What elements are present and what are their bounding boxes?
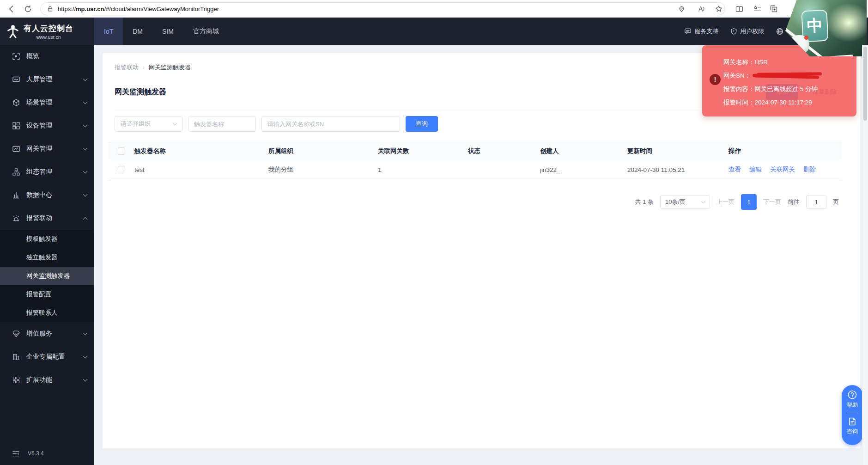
delete-link[interactable]: 删除 xyxy=(803,165,816,174)
read-aloud-icon[interactable] xyxy=(696,3,707,14)
sidebar-item-vas[interactable]: 增值服务 xyxy=(0,322,94,345)
tab-dm[interactable]: DM xyxy=(123,18,152,45)
search-button[interactable]: 查询 xyxy=(406,116,438,132)
alert-sn-label: 网关SN： xyxy=(723,69,751,82)
data-center-icon xyxy=(12,191,20,199)
screen-icon xyxy=(12,76,20,83)
device-icon xyxy=(12,122,20,129)
favorite-star-icon[interactable] xyxy=(713,3,724,14)
shield-icon xyxy=(730,28,737,35)
col-updated: 更新时间 xyxy=(627,147,728,155)
alert-gateway-name-value: USR xyxy=(755,55,768,69)
alert-content-label: 报警内容： xyxy=(723,82,755,96)
total-count: 共 1 条 xyxy=(635,198,654,206)
browser-toolbar: https://mp.usr.cn/#/cloud/alarm/ViewGate… xyxy=(0,0,868,18)
vas-icon xyxy=(12,330,20,337)
col-creator: 创建人 xyxy=(540,147,627,155)
chevron-down-icon xyxy=(83,123,88,128)
logo-subtitle: www.usr.cn xyxy=(24,34,73,40)
row-checkbox[interactable] xyxy=(118,166,125,173)
favorites-bar-icon[interactable] xyxy=(752,3,763,14)
enterprise-icon xyxy=(12,353,20,361)
col-status: 状态 xyxy=(468,147,540,155)
tab-mall[interactable]: 官方商城 xyxy=(183,18,229,45)
chevron-down-icon xyxy=(173,121,177,126)
alert-time-value: 2024-07-30 11:17:29 xyxy=(755,96,812,109)
sidebar-item-enterprise[interactable]: 企业专属配置 xyxy=(0,345,94,368)
scada-icon xyxy=(12,168,20,176)
logo[interactable]: 有人云控制台 www.usr.cn xyxy=(0,18,94,45)
back-icon[interactable] xyxy=(6,3,17,14)
alert-time-label: 报警时间： xyxy=(723,96,755,109)
document-icon xyxy=(848,417,857,426)
logo-title: 有人云控制台 xyxy=(24,23,73,34)
refresh-icon[interactable] xyxy=(22,3,33,14)
address-bar[interactable]: https://mp.usr.cn/#/cloud/alarm/ViewGate… xyxy=(40,2,725,15)
submenu-independent-trigger[interactable]: 独立触发器 xyxy=(0,248,94,267)
chevron-down-icon xyxy=(83,192,88,197)
submenu-template-trigger[interactable]: 模板触发器 xyxy=(0,230,94,248)
sidebar: 概览 大屏管理 场景管理 设备管理 网关管理 组态管理 数据中心 报警联动 模板… xyxy=(0,45,94,465)
tab-iot[interactable]: IoT xyxy=(94,18,123,45)
user-permission-label: 用户权限 xyxy=(740,27,764,36)
split-screen-icon[interactable] xyxy=(734,3,745,14)
service-support[interactable]: 服务支持 xyxy=(684,27,718,36)
row-updated: 2024-07-30 11:05:21 xyxy=(627,166,728,173)
chevron-down-icon xyxy=(83,146,88,151)
prev-page-button[interactable]: 上一页 xyxy=(716,198,734,206)
edit-link[interactable]: 编辑 xyxy=(749,165,762,174)
col-gateway-count: 关联网关数 xyxy=(378,147,468,155)
submenu-alarm-contacts[interactable]: 报警联系人 xyxy=(0,304,94,322)
sidebar-item-extension[interactable]: 扩展功能 xyxy=(0,368,94,392)
col-trigger-name: 触发器名称 xyxy=(134,147,268,155)
breadcrumb-parent[interactable]: 报警联动 xyxy=(115,63,139,72)
chevron-down-icon xyxy=(83,331,88,336)
help-button[interactable]: 帮助 xyxy=(847,390,858,409)
scene-icon xyxy=(12,99,20,106)
view-link[interactable]: 查看 xyxy=(728,165,741,174)
submenu-gateway-monitor-trigger[interactable]: 网关监测触发器 xyxy=(0,267,94,285)
next-page-button[interactable]: 下一页 xyxy=(763,198,781,206)
top-navbar: 有人云控制台 www.usr.cn IoT DM SIM 官方商城 服务支持 用… xyxy=(0,18,868,45)
scrollbar-thumb[interactable] xyxy=(863,47,867,121)
page-title: 网关监测触发器 xyxy=(115,87,166,97)
associate-gateway-link[interactable]: 关联网关 xyxy=(770,165,795,174)
goto-label: 前往 xyxy=(788,198,800,206)
usr-logo-icon xyxy=(6,24,20,39)
sidebar-item-screen[interactable]: 大屏管理 xyxy=(0,68,94,91)
breadcrumb-separator: › xyxy=(143,64,145,71)
row-actions: 查看 编辑 关联网关 删除 xyxy=(728,165,842,174)
trigger-name-input[interactable] xyxy=(188,116,256,132)
gateway-search-input[interactable] xyxy=(261,116,400,132)
collections-icon[interactable] xyxy=(768,3,779,14)
tile-character: 中 xyxy=(807,15,823,37)
goto-page-input[interactable] xyxy=(806,195,826,209)
row-org: 我的分组 xyxy=(268,165,378,174)
sidebar-item-scada[interactable]: 组态管理 xyxy=(0,160,94,184)
page-size-select[interactable]: 10条/页 xyxy=(660,195,710,209)
col-actions: 操作 xyxy=(728,147,842,155)
sidebar-item-scene[interactable]: 场景管理 xyxy=(0,91,94,114)
trigger-table: 触发器名称 所属组织 关联网关数 状态 创建人 更新时间 操作 test 我的分… xyxy=(109,142,842,180)
row-creator: jin322_ xyxy=(540,166,627,173)
submenu-alarm-config[interactable]: 报警配置 xyxy=(0,285,94,304)
sidebar-item-gateway[interactable]: 网关管理 xyxy=(0,137,94,160)
sidebar-item-device[interactable]: 设备管理 xyxy=(0,114,94,137)
chevron-down-icon xyxy=(701,199,706,204)
product-tabs: IoT DM SIM 官方商城 xyxy=(94,18,229,45)
tab-sim[interactable]: SIM xyxy=(152,18,183,45)
sidebar-item-overview[interactable]: 概览 xyxy=(0,45,94,68)
org-select[interactable]: 请选择组织 xyxy=(115,116,182,132)
collapse-icon[interactable] xyxy=(12,451,19,457)
select-all-checkbox[interactable] xyxy=(118,147,125,155)
chevron-up-icon xyxy=(83,217,88,221)
alarm-submenu: 模板触发器 独立触发器 网关监测触发器 报警配置 报警联系人 xyxy=(0,230,94,322)
row-gateway-count: 1 xyxy=(378,166,468,173)
current-page-button[interactable]: 1 xyxy=(741,194,757,210)
sidebar-item-alarm[interactable]: 报警联动 xyxy=(0,207,94,230)
page-scrollbar[interactable] xyxy=(862,45,868,465)
user-permission[interactable]: 用户权限 xyxy=(730,27,764,36)
location-pin-icon[interactable] xyxy=(676,3,687,14)
sidebar-item-data-center[interactable]: 数据中心 xyxy=(0,184,94,207)
consult-button[interactable]: 咨询 xyxy=(847,417,858,435)
